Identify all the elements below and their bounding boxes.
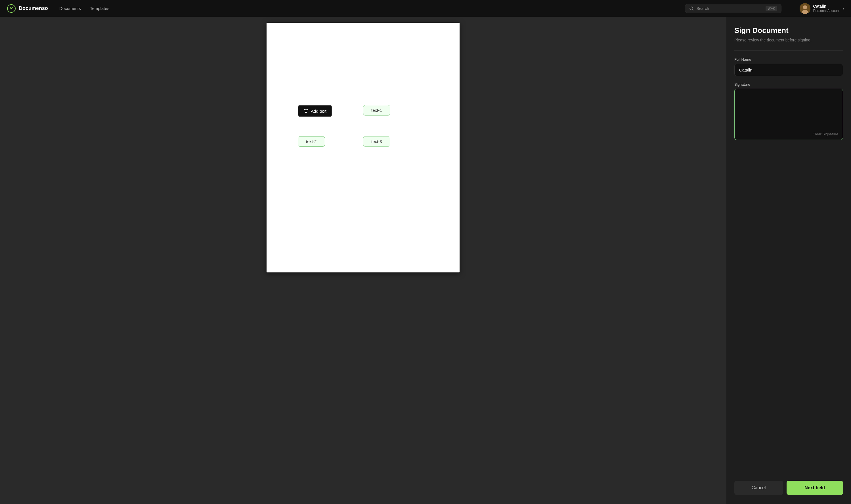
clear-signature-button[interactable]: Clear Signature [813, 132, 838, 136]
user-name: Catalin [813, 4, 840, 9]
text-field-2-label: text-2 [306, 139, 317, 144]
text-field-1[interactable]: text-1 [363, 105, 390, 115]
svg-point-4 [803, 5, 807, 10]
nav-documents[interactable]: Documents [59, 6, 81, 11]
full-name-input[interactable] [734, 64, 843, 76]
nav-links: Documents Templates [59, 6, 109, 11]
user-account: Personal Account [813, 9, 840, 13]
avatar [800, 3, 811, 14]
cancel-button[interactable]: Cancel [734, 481, 783, 495]
next-field-button[interactable]: Next field [786, 481, 843, 495]
signature-canvas[interactable]: Clear Signature [734, 89, 843, 140]
documenso-logo-icon [7, 4, 16, 13]
full-name-label: Full Name [734, 57, 843, 61]
document-area: Add text text-1 text-2 text-3 [0, 17, 726, 504]
text-field-3-label: text-3 [371, 139, 382, 144]
main-layout: Add text text-1 text-2 text-3 Sign Docum… [0, 17, 851, 504]
user-menu[interactable]: Catalin Personal Account ▾ [800, 3, 844, 14]
navbar: Documenso Documents Templates Search ⌘+K… [0, 0, 851, 17]
sign-subtitle: Please review the document before signin… [734, 38, 843, 42]
search-icon [689, 6, 694, 11]
search-shortcut: ⌘+K [765, 6, 777, 11]
spacer [734, 142, 843, 476]
brand-name: Documenso [19, 5, 48, 11]
nav-templates[interactable]: Templates [90, 6, 109, 11]
text-field-3[interactable]: text-3 [363, 136, 390, 147]
search-placeholder: Search [696, 6, 709, 11]
text-icon [303, 108, 308, 113]
action-buttons: Cancel Next field [734, 481, 843, 495]
document-page: Add text text-1 text-2 text-3 [267, 23, 460, 272]
text-field-1-label: text-1 [371, 108, 382, 113]
user-text: Catalin Personal Account [813, 4, 840, 13]
search-bar[interactable]: Search ⌘+K [685, 4, 781, 13]
sign-title: Sign Document [734, 26, 843, 35]
add-text-label: Add text [311, 109, 326, 113]
chevron-down-icon: ▾ [843, 6, 844, 11]
text-field-2[interactable]: text-2 [298, 136, 325, 147]
signature-label: Signature [734, 82, 843, 87]
add-text-button[interactable]: Add text [298, 105, 332, 117]
panel-divider [734, 50, 843, 51]
sign-panel: Sign Document Please review the document… [726, 17, 851, 504]
brand-logo[interactable]: Documenso [7, 4, 48, 13]
